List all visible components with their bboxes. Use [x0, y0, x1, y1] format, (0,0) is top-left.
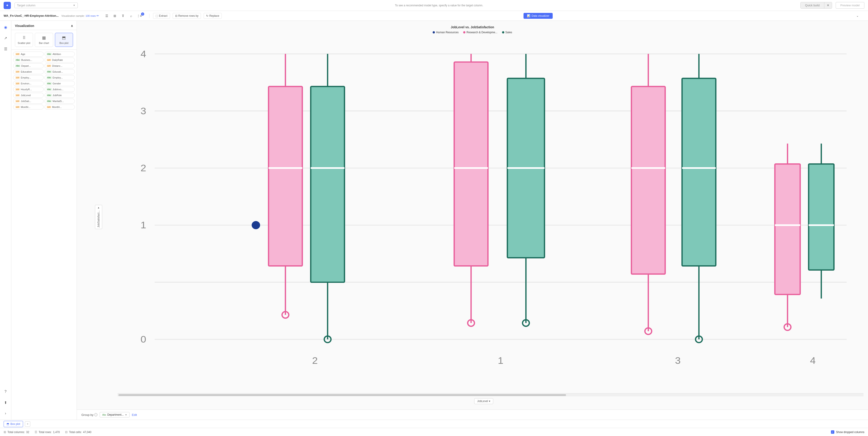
- groupby-select[interactable]: Abc Department... ▼: [100, 412, 129, 417]
- field-tag[interactable]: 123Distanc...: [44, 63, 75, 68]
- box-plot-button[interactable]: ⬒ Box plot: [55, 33, 73, 47]
- svg-text:2: 2: [312, 355, 318, 366]
- field-type-badge: 123: [15, 76, 20, 79]
- legend-label-hr: Human Resources: [436, 31, 458, 34]
- columns-stat-icon: ⊞: [4, 430, 6, 434]
- groupby-label-text: Group by: [81, 413, 93, 416]
- quick-build-arrow-button[interactable]: ▼: [825, 2, 832, 8]
- viz-panel-collapse-icon[interactable]: ∧: [71, 24, 73, 28]
- field-type-badge: Abc: [46, 100, 52, 103]
- field-tag[interactable]: AbcDepart...: [13, 63, 43, 68]
- field-type-badge: Abc: [46, 76, 52, 79]
- y-axis-chevron-icon: ▾: [97, 206, 100, 209]
- nav-help-icon[interactable]: ?: [2, 388, 9, 395]
- field-list: 123AgeAbcAttritionAbcBusines...123DailyR…: [11, 50, 76, 420]
- field-tag[interactable]: AbcAttrition: [44, 52, 75, 57]
- filter-icon[interactable]: ⊽: [120, 13, 126, 19]
- field-tag[interactable]: AbcEducati...: [44, 69, 75, 74]
- field-type-badge: Abc: [15, 59, 20, 61]
- field-type-badge: 123: [46, 64, 51, 67]
- quick-build-group: Quick build ▼: [800, 2, 832, 8]
- field-type-badge: Abc: [46, 94, 52, 97]
- edit-pencil-icon[interactable]: ✏: [96, 14, 99, 18]
- sample-count[interactable]: 100 rows: [86, 14, 96, 17]
- field-type-badge: 123: [46, 59, 51, 61]
- preview-model-button[interactable]: Preview model: [836, 2, 864, 8]
- list-view-icon[interactable]: ☰: [103, 13, 110, 19]
- replace-button[interactable]: ↻ Replace: [204, 13, 222, 19]
- target-column-select[interactable]: Target column ▼: [14, 2, 78, 8]
- svg-text:0: 0: [141, 334, 146, 345]
- show-dropped-columns[interactable]: ✓ Show dropped columns: [831, 430, 864, 434]
- remove-rows-button[interactable]: ⊟ Remove rows by: [173, 13, 201, 19]
- box-plot-label: Box plot: [59, 41, 68, 45]
- svg-text:3: 3: [141, 106, 146, 116]
- x-scrollbar-thumb[interactable]: [119, 394, 566, 396]
- x-axis-selector[interactable]: JobLevel ▾: [474, 398, 493, 404]
- field-name: Monthl...: [52, 106, 62, 108]
- nav-expand-icon[interactable]: ›: [2, 410, 9, 417]
- search-icon[interactable]: ⌕: [128, 13, 134, 19]
- scatter-plot-button[interactable]: ⠿ Scatter plot: [15, 33, 33, 47]
- bar-chart-button[interactable]: ▦ Bar chart: [35, 33, 53, 47]
- field-name: Educati...: [53, 70, 63, 73]
- extract-button[interactable]: ⬚ Extract: [153, 13, 170, 19]
- field-name: Depart...: [21, 64, 31, 67]
- file-name: WA_Fn-UseC_-HR-Employee-Attrition...: [4, 14, 59, 18]
- svg-rect-42: [682, 78, 716, 266]
- field-type-badge: 123: [15, 94, 20, 97]
- field-tag[interactable]: AbcJobRole: [44, 93, 75, 98]
- secondary-bar: WA_Fn-UseC_-HR-Employee-Attrition... Vis…: [0, 11, 868, 21]
- nav-menu-icon[interactable]: ☰: [2, 45, 9, 53]
- field-tag[interactable]: 123Education: [13, 69, 43, 74]
- field-type-badge: Abc: [46, 82, 52, 85]
- replace-icon: ↻: [206, 14, 209, 18]
- svg-rect-16: [269, 86, 302, 266]
- abc-type-icon: Abc: [102, 414, 106, 416]
- quick-build-button[interactable]: Quick build: [801, 2, 825, 8]
- chart-area: JobLevel vs. JobSatisfaction Human Resou…: [77, 21, 868, 420]
- x-scrollbar[interactable]: [118, 393, 864, 397]
- edit-link[interactable]: Edit: [132, 413, 137, 416]
- nav-data-icon[interactable]: ◉: [2, 24, 9, 31]
- data-visualizer-button[interactable]: 📊 Data visualizer: [524, 13, 553, 19]
- field-tag[interactable]: AbcJobInvo...: [44, 87, 75, 92]
- groupby-info-icon: i: [94, 413, 97, 416]
- field-tag[interactable]: 123Monthl...: [13, 105, 43, 110]
- field-tag[interactable]: 123Employ...: [13, 75, 43, 80]
- legend-label-rd: Research & Developme...: [467, 31, 498, 34]
- viz-panel-title: Visualization: [15, 24, 34, 28]
- bottom-tabs: ⬒ Box plot +: [0, 420, 868, 428]
- field-tag[interactable]: AbcBusines...: [13, 57, 43, 62]
- nav-export-icon[interactable]: ⬆: [2, 399, 9, 406]
- field-tag[interactable]: 123Monthl...: [44, 105, 75, 110]
- field-tag[interactable]: AbcMaritalS...: [44, 99, 75, 104]
- svg-text:4: 4: [810, 355, 816, 366]
- nav-transform-icon[interactable]: ↗: [2, 34, 9, 41]
- x-axis-label-text: JobLevel: [477, 400, 488, 403]
- field-tag[interactable]: 123DailyRate: [44, 57, 75, 62]
- field-name: JobLevel: [21, 94, 31, 97]
- field-tag[interactable]: 123JobLevel: [13, 93, 43, 98]
- grid-view-icon[interactable]: ⊞: [112, 13, 118, 19]
- show-dropped-checkbox[interactable]: ✓: [831, 430, 834, 434]
- field-tag[interactable]: 123Age: [13, 52, 43, 57]
- collapse-button[interactable]: ⌄: [855, 13, 861, 19]
- badge-count: 3: [141, 12, 144, 16]
- field-tag[interactable]: 123HourlyR...: [13, 87, 43, 92]
- y-axis-selector[interactable]: JobSatisfact... ▾: [95, 205, 102, 229]
- field-tag[interactable]: 123Environ...: [13, 81, 43, 86]
- viz-panel: Visualization ∧ ⠿ Scatter plot ▦ Bar cha…: [11, 21, 77, 420]
- field-type-badge: 123: [15, 88, 20, 91]
- field-name: Gender: [53, 82, 61, 85]
- field-name: MaritalS...: [53, 100, 64, 103]
- field-type-badge: 123: [15, 82, 20, 85]
- field-tag[interactable]: AbcEmploy...: [44, 75, 75, 80]
- field-name: Busines...: [21, 59, 32, 61]
- add-tab-button[interactable]: +: [25, 421, 30, 427]
- field-tag[interactable]: 123JobSati...: [13, 99, 43, 104]
- active-tab[interactable]: ⬒ Box plot: [4, 421, 23, 427]
- field-name: HourlyR...: [21, 88, 32, 91]
- x-axis-area: JobLevel ▾: [81, 397, 864, 405]
- field-tag[interactable]: AbcGender: [44, 81, 75, 86]
